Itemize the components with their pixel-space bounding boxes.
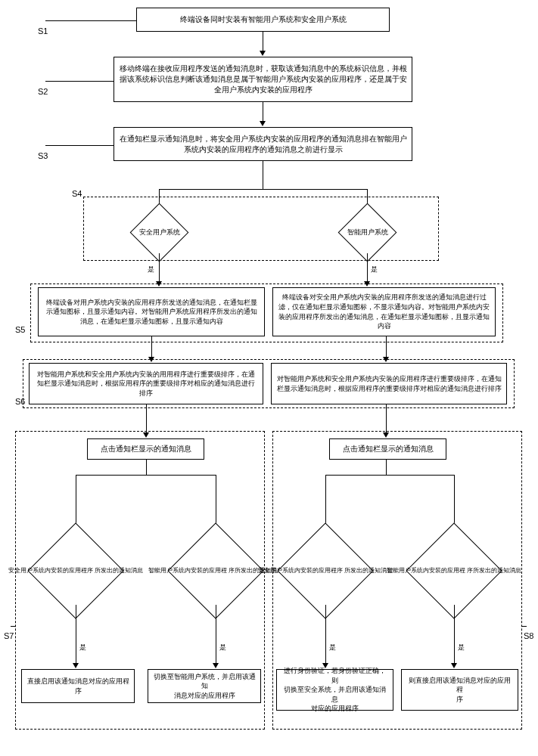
connector [216,605,216,665]
yes-label: 是 [79,643,86,652]
box-s7-click: 点击通知栏显示的通知消息 [87,438,204,460]
connector [159,189,367,190]
connector [325,605,326,665]
label-s4: S4 [72,189,82,198]
label-s8: S8 [524,631,533,640]
yes-label: 是 [148,265,154,274]
label-s7: S7 [4,631,14,640]
connector [76,605,76,665]
box-s7-result-left: 直接启用该通知消息对应的应用程序 [21,669,135,703]
diamond-text: 智能用户系统 [347,228,388,237]
box-s7-result-right: 切换至智能用户系统，并启用该通知 消息对应的应用程序 [148,669,261,703]
yes-label: 是 [219,643,226,652]
box-s3: 在通知栏显示通知消息时，将安全用户系统内安装的应用程序的通知消息排在智能用户系统… [114,127,412,161]
arrow [260,121,266,126]
diamond-text: 安全用户系统内安装的应用程序 所发出的通知消息 [8,567,143,575]
box-s5-right: 终端设备对安全用户系统内安装的应用程序所发送的通知消息进行过滤，仅在通知栏显示通… [272,287,496,336]
arrow [451,663,457,668]
box-s6-left: 对智能用户系统和安全用户系统内安装的用用程序进行重要级排序，在通知栏显示通知消息… [29,363,263,404]
connector [263,102,263,121]
box-s6-right: 对智能用户系统和安全用户系统内安装的应用程序进行重要级排序，在通知栏显示通知消息… [271,363,507,404]
connector [151,336,152,359]
connector [263,32,263,51]
box-s8-click: 点击通知栏显示的通知消息 [329,438,446,460]
arrow [213,663,219,668]
box-s2: 移动终端在接收应用程序发送的通知消息时，获取该通知消息中的系统标识信息，并根据该… [114,57,412,102]
connector [45,81,114,82]
arrow [73,663,79,668]
connector [263,161,263,189]
connector [11,626,15,627]
connector [146,460,147,475]
connector [386,336,387,359]
diamond-text: 安全用户系统 [139,228,180,237]
connector [45,20,136,21]
diamond-text: 安全用户系统内安装的应用程序 所发出的通知消息 [258,567,393,575]
box-s8-result-left: 进行身份验证，若身份验证正确，则 切换至安全系统，并启用该通知消息 对应的应用程… [276,669,393,711]
box-s1: 终端设备同时安装有智能用户系统和安全用户系统 [136,8,390,32]
yes-label: 是 [458,643,465,652]
yes-label: 是 [329,643,336,652]
connector [386,460,387,475]
yes-label: 是 [371,265,378,274]
box-s8-result-right: 则直接启用该通知消息对应的应用程 序 [401,669,518,711]
connector [325,475,454,476]
arrow [260,51,266,56]
connector [454,605,455,665]
label-s3: S3 [38,151,48,160]
connector [386,404,387,435]
label-s1: S1 [38,26,48,36]
connector [159,253,160,284]
label-s2: S2 [38,87,48,96]
label-s5: S5 [15,325,25,334]
connector [522,626,527,627]
box-s5-left: 终端设备对用户系统内安装的应用程序所发送的通知消息，在通知栏显示通知图标，且显示… [38,287,265,336]
connector [146,404,147,435]
connector [367,253,368,284]
connector [45,145,114,146]
diamond-text: 智能用户系统内安装的应用程 序所发出的通知消息 [387,567,521,575]
connector [76,475,216,476]
